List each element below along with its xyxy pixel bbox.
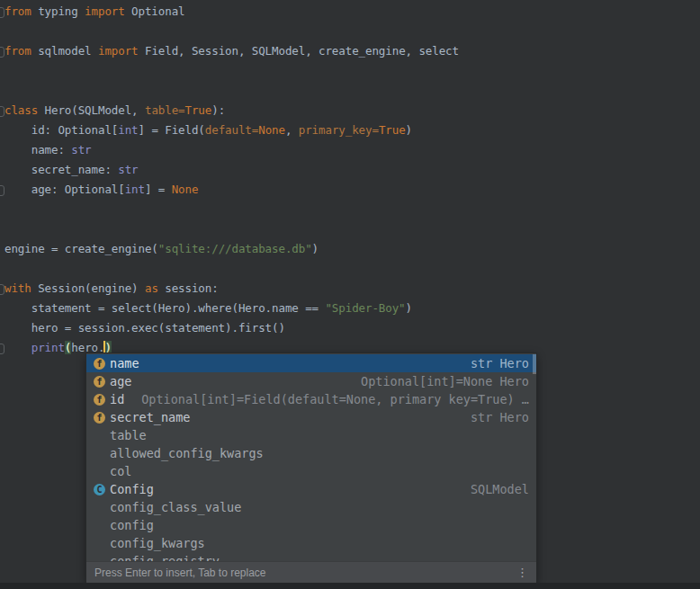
- code-line[interactable]: from sqlmodel import Field, Session, SQL…: [0, 41, 700, 61]
- completion-label: allowed_config_kwargs: [110, 446, 264, 460]
- code-token: ):: [211, 103, 225, 117]
- code-line[interactable]: from typing import Optional: [0, 2, 700, 22]
- completion-item-age[interactable]: fageOptional[int]=None Hero: [86, 372, 536, 390]
- code-token: ): [406, 301, 412, 315]
- code-line[interactable]: name: str: [0, 140, 700, 160]
- completion-item-name[interactable]: fnamestr Hero: [86, 354, 536, 372]
- gutter-icon: [0, 106, 4, 117]
- completion-footer: Press Enter to insert, Tab to replace ⋮: [86, 561, 536, 583]
- completion-label: config_registry: [110, 554, 220, 561]
- code-token: ): [406, 123, 412, 137]
- class-icon: C: [94, 484, 105, 495]
- field-icon: f: [94, 376, 105, 388]
- field-icon: f: [94, 412, 105, 424]
- code-token: engine = create_engine(: [4, 242, 158, 255]
- code-token: Field, Session, SQLModel, create_engine,…: [139, 44, 459, 58]
- code-line[interactable]: [0, 200, 700, 219]
- code-token: session:: [158, 281, 219, 295]
- field-icon: f: [94, 358, 105, 370]
- completion-item-config_registry[interactable]: config_registry: [86, 552, 536, 561]
- code-line[interactable]: statement = select(Hero).where(Hero.name…: [0, 299, 700, 318]
- code-token: Session(engine): [31, 281, 145, 295]
- code-token: hero.: [71, 341, 104, 354]
- code-line[interactable]: [0, 22, 700, 41]
- code-token: Hero(SQLModel,: [38, 103, 145, 117]
- completion-hint: Press Enter to insert, Tab to replace: [94, 567, 266, 579]
- code-token-kw: None: [172, 183, 199, 196]
- code-token: typing: [31, 4, 85, 18]
- completion-item-config_kwargs[interactable]: config_kwargs: [86, 534, 536, 552]
- completion-type-hint: SQLModel: [462, 482, 529, 496]
- code-token: secret_name:: [4, 163, 118, 176]
- gutter-icon: [0, 47, 4, 58]
- code-line[interactable]: id: Optional[int] = Field(default=None, …: [0, 120, 700, 140]
- completion-popup: fnamestr HerofageOptional[int]=None Hero…: [86, 353, 536, 583]
- more-menu-icon[interactable]: ⋮: [516, 566, 528, 579]
- code-token-kw: from: [4, 44, 31, 58]
- completion-item-id[interactable]: fidOptional[int]=Field(default=None, pri…: [86, 390, 536, 408]
- code-line[interactable]: age: Optional[int] = None: [0, 180, 700, 200]
- completion-label: col: [110, 464, 131, 478]
- gutter-icon: [0, 344, 4, 354]
- completion-item-col[interactable]: col: [86, 462, 536, 480]
- code-token: [4, 341, 31, 354]
- code-line[interactable]: [0, 259, 700, 279]
- code-line[interactable]: hero = session.exec(statement).first(): [0, 318, 700, 338]
- code-token-builtin: print: [31, 341, 65, 354]
- code-token-kw: import: [85, 4, 125, 18]
- completion-type-hint: Optional[int]=Field(default=None, primar…: [132, 392, 529, 406]
- code-token-str: "Spider-Boy": [325, 301, 405, 315]
- completion-label: age: [110, 374, 131, 388]
- code-editor[interactable]: from typing import Optionalfrom sqlmodel…: [0, 2, 700, 358]
- completion-type-hint: str Hero: [462, 356, 529, 370]
- editor-bottom-edge: [0, 583, 700, 589]
- code-token-kw: None: [258, 123, 285, 137]
- code-token-kw: True: [379, 123, 406, 137]
- code-token-type: str: [118, 163, 138, 176]
- code-line[interactable]: with Session(engine) as session:: [0, 279, 700, 299]
- completion-label: name: [110, 356, 139, 370]
- completion-type-hint: str Hero: [462, 410, 529, 424]
- completion-label: secret_name: [110, 410, 190, 424]
- text-caret: [103, 341, 105, 354]
- code-token: ] = Field(: [139, 123, 205, 137]
- popup-scrollbar[interactable]: [533, 354, 536, 374]
- completion-label: config_kwargs: [110, 536, 205, 550]
- completion-item-Config[interactable]: CConfigSQLModel: [86, 480, 536, 498]
- gutter-icon: [0, 7, 4, 18]
- code-line[interactable]: engine = create_engine("sqlite:///databa…: [0, 239, 700, 259]
- code-line[interactable]: [0, 219, 700, 239]
- code-token-kw: with: [4, 281, 31, 295]
- code-token: statement = select(Hero).where(Hero.name…: [4, 301, 325, 315]
- code-token: hero = session.exec(statement).first(): [4, 321, 285, 335]
- completion-item-config_class_value[interactable]: config_class_value: [86, 498, 536, 516]
- field-icon: f: [94, 394, 105, 406]
- code-line[interactable]: class Hero(SQLModel, table=True):: [0, 101, 700, 120]
- code-token-str: "sqlite:///database.db": [158, 242, 312, 255]
- completion-label: table: [110, 428, 147, 442]
- gutter-icon: [0, 185, 4, 196]
- code-token-kw: from: [4, 4, 31, 18]
- completion-item-config[interactable]: config: [86, 516, 536, 534]
- code-token-kw: import: [98, 44, 139, 58]
- code-token: sqlmodel: [31, 44, 98, 58]
- code-line[interactable]: [0, 81, 700, 101]
- code-token: name:: [4, 143, 71, 156]
- code-token-kw: True: [185, 103, 212, 117]
- completion-label: config: [110, 518, 154, 532]
- completion-type-hint: Optional[int]=None Hero: [352, 374, 529, 388]
- completion-label: id: [110, 392, 124, 406]
- completion-item-table[interactable]: table: [86, 426, 536, 444]
- code-token-type: int: [118, 123, 138, 137]
- completion-label: Config: [110, 482, 154, 496]
- code-line[interactable]: [0, 61, 700, 81]
- completion-item-allowed_config_kwargs[interactable]: allowed_config_kwargs: [86, 444, 536, 462]
- code-token: id: Optional[: [4, 123, 118, 137]
- code-token: age: Optional[: [4, 183, 125, 196]
- code-line[interactable]: secret_name: str: [0, 160, 700, 180]
- completion-item-secret_name[interactable]: fsecret_namestr Hero: [86, 408, 536, 426]
- gutter-icon: [0, 284, 4, 295]
- code-token-type: int: [125, 183, 145, 196]
- code-token: Optional: [125, 4, 185, 18]
- code-token-kwarg: primary_key=: [299, 123, 379, 137]
